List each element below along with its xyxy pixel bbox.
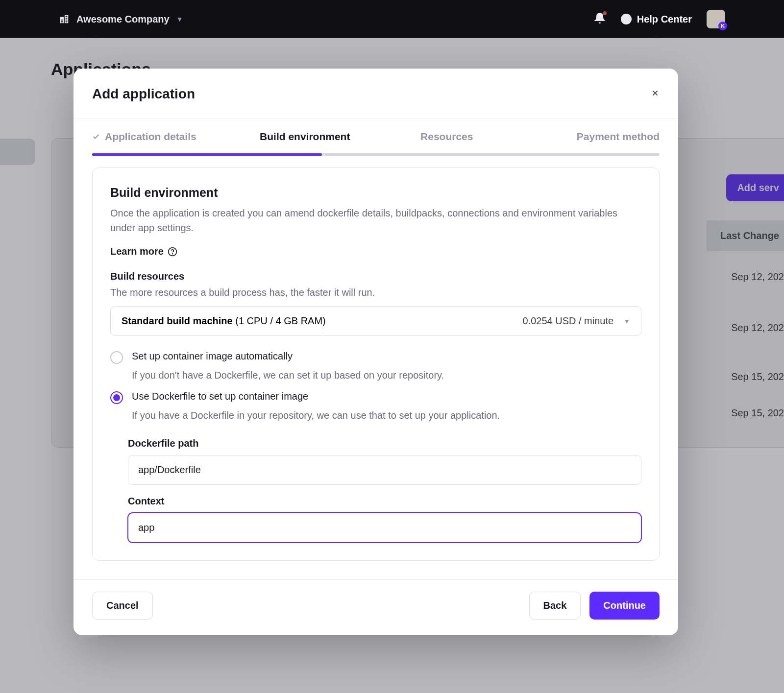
top-navigation: Awesome Company ▼ Help Center K: [0, 0, 784, 38]
table-row: Sep 15, 202: [731, 407, 784, 419]
close-icon: [651, 89, 660, 97]
add-application-modal: Add application Application details Buil…: [74, 69, 678, 635]
radio-indicator: [110, 351, 123, 364]
context-input[interactable]: [128, 513, 641, 543]
table-row: Sep 12, 202: [731, 271, 784, 283]
table-row: Sep 12, 202: [731, 322, 784, 334]
radio-dockerfile-helper: If you have a Dockerfile in your reposit…: [132, 410, 641, 421]
build-machine-option: Standard build machine (1 CPU / 4 GB RAM…: [122, 315, 326, 327]
svg-point-1: [626, 22, 626, 22]
radio-dockerfile-label: Use Dockerfile to set up container image: [132, 391, 308, 402]
chevron-down-icon: ▼: [623, 317, 630, 325]
radio-auto-helper: If you don't have a Dockerfile, we can s…: [132, 370, 641, 381]
close-button[interactable]: [651, 88, 660, 100]
company-name: Awesome Company: [76, 14, 170, 25]
help-center-link[interactable]: Help Center: [620, 13, 692, 25]
modal-stepper: Application details Build environment Re…: [74, 119, 678, 153]
add-service-button[interactable]: Add serv: [726, 174, 784, 201]
chevron-down-icon: ▼: [176, 15, 183, 23]
notification-dot: [603, 11, 607, 15]
modal-title: Add application: [92, 86, 195, 102]
notifications-button[interactable]: [594, 12, 606, 26]
table-row: Sep 15, 202: [731, 371, 784, 382]
step-payment-method[interactable]: Payment method: [518, 131, 660, 153]
continue-button[interactable]: Continue: [589, 592, 660, 620]
dockerfile-path-input[interactable]: [128, 455, 641, 485]
back-button[interactable]: Back: [529, 592, 581, 620]
check-icon: [92, 133, 100, 141]
column-header-last-change: Last Change: [707, 220, 784, 251]
step-resources[interactable]: Resources: [376, 131, 518, 153]
step-build-environment[interactable]: Build environment: [234, 131, 376, 153]
context-label: Context: [128, 496, 641, 507]
help-center-label: Help Center: [637, 14, 692, 25]
dockerfile-path-label: Dockerfile path: [128, 438, 641, 449]
progress-fill: [92, 153, 322, 156]
learn-more-link[interactable]: Learn more: [110, 246, 177, 257]
build-resources-heading: Build resources: [110, 271, 641, 282]
radio-auto-label: Set up container image automatically: [132, 351, 293, 362]
avatar[interactable]: K: [707, 10, 725, 28]
section-description: Once the application is created you can …: [110, 206, 641, 235]
radio-auto-container[interactable]: Set up container image automatically: [110, 351, 641, 364]
sidebar-active-indicator: [0, 139, 35, 165]
company-selector[interactable]: Awesome Company ▼: [59, 14, 183, 25]
radio-dockerfile-container[interactable]: Use Dockerfile to set up container image: [110, 391, 641, 404]
step-application-details[interactable]: Application details: [92, 131, 234, 153]
build-resources-helper: The more resources a build process has, …: [110, 287, 641, 298]
build-machine-select[interactable]: Standard build machine (1 CPU / 4 GB RAM…: [110, 306, 641, 336]
cancel-button[interactable]: Cancel: [92, 592, 153, 620]
radio-indicator: [110, 391, 123, 404]
section-title: Build environment: [110, 186, 641, 200]
build-environment-panel: Build environment Once the application i…: [92, 167, 660, 561]
help-icon: [168, 247, 177, 257]
progress-track: [92, 153, 660, 156]
building-icon: [59, 14, 70, 24]
help-icon: [620, 13, 632, 25]
build-machine-price: 0.0254 USD / minute: [522, 315, 613, 327]
avatar-badge: K: [718, 22, 727, 30]
svg-point-5: [172, 253, 173, 254]
